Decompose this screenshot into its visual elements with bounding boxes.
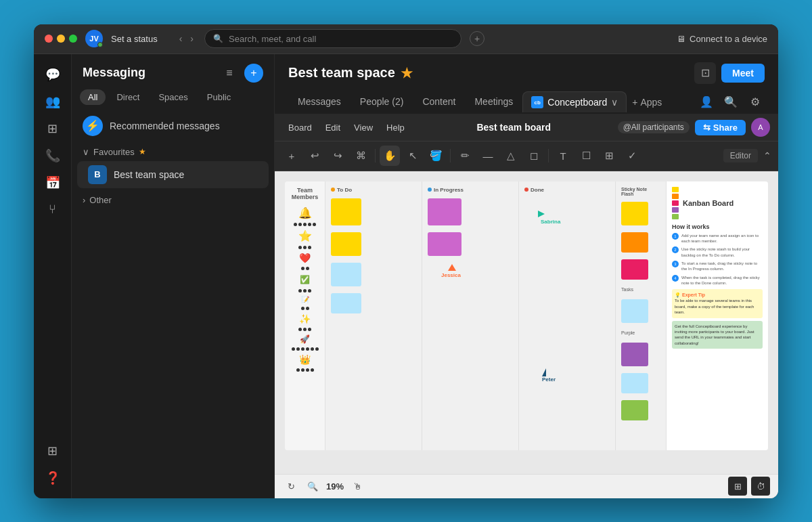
search-icon: 🔍: [213, 34, 223, 43]
tab-meetings[interactable]: Meetings: [465, 91, 522, 114]
filter-tab-spaces[interactable]: Spaces: [150, 89, 196, 105]
filter-tab-all[interactable]: All: [80, 89, 106, 105]
filter-icon[interactable]: ≡: [220, 64, 239, 83]
other-label: Other: [89, 195, 112, 205]
space-title-row: Best team space ★ ⊡ Meet: [288, 62, 765, 84]
shape-tool[interactable]: △: [501, 146, 521, 166]
search-bar[interactable]: 🔍 Search, meet, and call: [204, 29, 461, 48]
sidebar-item-chat[interactable]: 💬: [41, 62, 65, 87]
set-status-label[interactable]: Set a status: [111, 34, 158, 44]
space-name: Best team space: [114, 169, 184, 180]
step-1: 1 Add your team name and assign an icon …: [672, 233, 763, 244]
eraser-tool[interactable]: ◻: [524, 146, 544, 166]
cb-bottom-toolbar: ↻ 🔍 19% 🖱 ⊞ ⏱: [275, 474, 778, 498]
fill-tool[interactable]: 🪣: [426, 146, 446, 166]
sidebar-item-phone[interactable]: 📞: [41, 144, 65, 168]
sidebar-item-calendar[interactable]: 📅: [41, 171, 65, 195]
add-message-button[interactable]: +: [244, 64, 263, 83]
search-tab-icon[interactable]: 🔍: [721, 93, 740, 112]
tab-people[interactable]: People (2): [351, 91, 413, 114]
text-tool[interactable]: T: [553, 146, 573, 166]
tab-conceptboard[interactable]: cb Conceptboard ∨: [522, 91, 627, 112]
menu-item-edit[interactable]: Edit: [320, 121, 346, 134]
user-avatar[interactable]: JV: [85, 30, 103, 47]
tab-content[interactable]: Content: [413, 91, 465, 114]
menu-item-view[interactable]: View: [348, 121, 378, 134]
nav-tabs: Messages People (2) Content Meetings cb …: [288, 91, 765, 114]
filter-tabs: All Direct Spaces Public: [72, 89, 274, 105]
minimap-icon[interactable]: ⊞: [728, 477, 747, 496]
sidebar-item-help[interactable]: ❓: [41, 466, 65, 490]
redo-tool[interactable]: ↪: [328, 146, 348, 166]
tab-messages[interactable]: Messages: [288, 91, 351, 114]
tool-separator-1: [375, 149, 376, 162]
fullscreen-button[interactable]: [69, 35, 77, 43]
select-tool[interactable]: ↖: [403, 146, 423, 166]
template-tool[interactable]: ⊞: [599, 146, 619, 166]
bottom-mouse-icon[interactable]: 🖱: [349, 478, 365, 494]
space-star-icon[interactable]: ★: [401, 65, 413, 81]
menu-item-help[interactable]: Help: [381, 121, 410, 134]
cursor-peter: Peter: [542, 368, 556, 383]
kanban-info-panel: Kanban Board How it works 1 Add your tea…: [667, 181, 768, 450]
status-indicator: [97, 42, 103, 47]
cursor-sabrina: Sabrina: [538, 211, 610, 225]
checkmark-tool[interactable]: ✓: [622, 146, 642, 166]
filter-tab-public[interactable]: Public: [199, 89, 239, 105]
pan-tool[interactable]: ✋: [380, 146, 400, 166]
people-search-icon[interactable]: 👤: [697, 93, 716, 112]
bottom-zoom-out-icon[interactable]: 🔍: [304, 478, 321, 494]
get-full-card: Get the full Conceptboard experience by …: [672, 321, 763, 349]
other-section[interactable]: › Other: [72, 190, 274, 211]
kanban-subtitle: How it works: [672, 223, 763, 230]
line-tool[interactable]: —: [478, 146, 498, 166]
bottom-refresh-icon[interactable]: ↻: [283, 478, 299, 494]
cursor-jessica: Jessica: [428, 264, 513, 278]
col-sticky: Sticky Note Flash Tasks Purple: [616, 181, 667, 450]
new-search-button[interactable]: +: [470, 31, 484, 46]
messaging-header: Messaging ≡ +: [72, 54, 274, 89]
settings-tab-icon[interactable]: ⚙: [746, 93, 765, 112]
space-avatar: B: [88, 165, 107, 184]
apps-button[interactable]: + Apps: [627, 97, 667, 108]
filter-tab-direct[interactable]: Direct: [108, 89, 148, 105]
icon-sidebar: 💬 👥 ⊞ 📞 📅 ⑂ ⊞ ❓: [34, 54, 72, 498]
screen-share-button[interactable]: ⊡: [694, 62, 716, 84]
sidebar-item-add[interactable]: ⊞: [41, 439, 65, 463]
format-tool[interactable]: ⌘: [351, 146, 371, 166]
forward-arrow[interactable]: ›: [187, 32, 196, 45]
bottom-right-tools: ⊞ ⏱: [728, 477, 770, 496]
sticky-todo-2: [331, 232, 361, 256]
add-tool[interactable]: +: [281, 146, 302, 166]
col-done-header: Done: [524, 187, 610, 193]
minimize-button[interactable]: [57, 35, 65, 43]
chevron-down-icon: ∨: [611, 97, 618, 108]
expand-toolbar-icon[interactable]: ⌃: [763, 150, 771, 161]
sidebar-item-workflows[interactable]: ⑂: [41, 198, 65, 222]
close-button[interactable]: [45, 35, 53, 43]
undo-tool[interactable]: ↩: [304, 146, 325, 166]
col-sticky-header: Sticky Note Flash: [621, 187, 660, 196]
recommended-item[interactable]: ⚡ Recommended messages: [72, 110, 274, 142]
sticky-tool[interactable]: ☐: [576, 146, 596, 166]
participants-badge: @All participants: [618, 121, 690, 133]
user-cb-avatar: A: [751, 118, 770, 137]
step-4: 4 When the task is completed, drag the s…: [672, 275, 763, 286]
cb-toolbar-draw: + ↩ ↪ ⌘ ✋ ↖ 🪣 ✏ — △ ◻ T ☐ ⊞: [275, 142, 778, 171]
connect-device-button[interactable]: 🖥 Connect to a device: [677, 34, 767, 44]
back-arrow[interactable]: ‹: [177, 32, 185, 45]
sidebar-item-people[interactable]: 👥: [41, 89, 65, 114]
timer-icon[interactable]: ⏱: [751, 477, 770, 496]
col-inprogress-header: In Progress: [428, 187, 513, 193]
sidebar-item-apps[interactable]: ⊞: [41, 116, 65, 141]
meet-button[interactable]: Meet: [721, 64, 765, 83]
sticky-inprogress-1: [428, 198, 461, 225]
zoom-level: 19%: [326, 481, 344, 492]
menu-item-board[interactable]: Board: [283, 121, 317, 134]
favourites-section[interactable]: ∨ Favourites ★: [72, 142, 274, 160]
space-item-best-team[interactable]: B Best team space: [77, 161, 269, 188]
share-button[interactable]: ⇆ Share: [695, 120, 746, 135]
conceptboard-icon: cb: [531, 96, 543, 108]
cb-menu-items: Board Edit View Help: [283, 121, 410, 134]
pen-tool[interactable]: ✏: [455, 146, 475, 166]
